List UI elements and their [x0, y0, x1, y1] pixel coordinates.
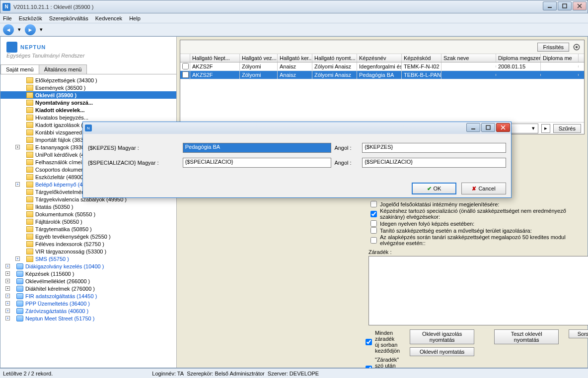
- refresh-button[interactable]: Frissítés: [537, 43, 569, 52]
- row-checkbox[interactable]: [182, 63, 189, 69]
- table-row[interactable]: AKZS2FZólyomiAnaiszZólyomi AnaiszIdegenf…: [180, 63, 584, 71]
- oklevel-nyomtatas-button[interactable]: Oklevél nyomtatás: [410, 347, 474, 356]
- menu-eszkozok[interactable]: Eszközök: [19, 15, 42, 21]
- kepzes-angol-label: Angol :: [334, 145, 359, 151]
- dialog-titlebar[interactable]: N: [83, 122, 511, 134]
- chk-tanito[interactable]: [370, 227, 377, 234]
- menu-szerepkor[interactable]: Szerepkörváltás: [49, 15, 88, 21]
- table-cell: 2008.01.15: [496, 63, 541, 70]
- gear-icon[interactable]: [572, 43, 581, 52]
- tree-view[interactable]: Előképzettségek (34300 )Események (36500…: [0, 74, 176, 368]
- tree-item[interactable]: Előképzettségek (34300 ): [0, 76, 176, 84]
- filter-button[interactable]: Szűrés: [553, 124, 581, 133]
- spec-angol-input[interactable]: {$SPECIALIZACIO}: [362, 158, 506, 168]
- tree-item[interactable]: Események (36500 ): [0, 84, 176, 91]
- tree-item[interactable]: Kiadott oklevelek...: [0, 106, 176, 114]
- tree-item[interactable]: +Oklevélmelléklet (266000 ): [0, 277, 176, 285]
- column-header[interactable]: Diploma megszer...: [496, 54, 541, 62]
- folder-icon: [26, 234, 33, 240]
- tree-item[interactable]: Tárgytematika (50850 ): [0, 225, 176, 233]
- tab-altalanos-menu[interactable]: Általános menü: [39, 64, 87, 74]
- kepzes-angol-input[interactable]: {$KEPZES}: [362, 143, 506, 153]
- expand-icon[interactable]: +: [5, 301, 10, 306]
- chk-alapkepzes[interactable]: [370, 237, 377, 244]
- column-header[interactable]: [180, 54, 190, 62]
- cancel-button[interactable]: ✘Cancel: [461, 183, 506, 194]
- menu-file[interactable]: File: [3, 15, 12, 21]
- nav-back-button[interactable]: ◄: [3, 24, 14, 35]
- maximize-button[interactable]: [558, 1, 572, 10]
- oklevel-igazolas-button[interactable]: Oklevél igazolás nyomtatás: [410, 329, 474, 344]
- ok-button[interactable]: ✔OK: [412, 183, 456, 194]
- tree-item[interactable]: +Neptun Meet Street (51750 ): [0, 315, 176, 322]
- tree-item-label: Féléves indexsorok (52750 ): [35, 241, 104, 247]
- chk-minden-zaradek[interactable]: [366, 339, 372, 345]
- expand-icon[interactable]: +: [15, 145, 20, 149]
- kepzes-magyar-input[interactable]: Pedagógia BA: [183, 143, 332, 153]
- minimize-button[interactable]: [543, 1, 557, 10]
- expand-icon[interactable]: +: [5, 279, 10, 283]
- tree-item[interactable]: Iktatás (50350 ): [0, 203, 176, 210]
- tree-item[interactable]: Egyéb tevékenységek (52550 ): [0, 233, 176, 240]
- tree-item[interactable]: Nyomtatvány sorszá...: [0, 99, 176, 106]
- grid-next-button[interactable]: ▸: [541, 124, 550, 133]
- column-header[interactable]: Diploma me: [541, 54, 579, 62]
- table-row[interactable]: AKZS2FZólyomiAnaiszZólyomi AnaiszPedagóg…: [180, 71, 584, 79]
- column-header[interactable]: Képzésnév: [357, 54, 402, 62]
- tree-item[interactable]: Hivatalos bejegyzés...: [0, 114, 176, 121]
- nav-back-dropdown[interactable]: ▾: [17, 26, 22, 33]
- tree-item[interactable]: Dokumentumok (50550 ): [0, 210, 176, 218]
- sorszam-generalas-button[interactable]: Sorszám generálás: [569, 329, 588, 338]
- tree-item[interactable]: +Záróvizsgáztatás (40600 ): [0, 307, 176, 315]
- expand-icon[interactable]: +: [5, 286, 10, 291]
- tree-item[interactable]: VIR tárgyazonosság (53300 ): [0, 248, 176, 255]
- dialog-close-button[interactable]: [496, 123, 510, 132]
- tree-item-label: Csoportos dokumen...: [35, 167, 89, 173]
- column-header[interactable]: Szak neve: [441, 54, 496, 62]
- tree-item[interactable]: +Diákhitel kérelmek (276000 ): [0, 285, 176, 292]
- zaradek-textarea[interactable]: [368, 256, 588, 325]
- tab-sajat-menu[interactable]: Saját menü: [0, 64, 39, 74]
- expand-icon[interactable]: +: [5, 316, 10, 320]
- grid-body[interactable]: AKZS2FZólyomiAnaiszZólyomi AnaiszIdegenf…: [180, 63, 584, 122]
- tree-item[interactable]: +FIR adatszolgáltatás (14450 ): [0, 292, 176, 300]
- tree-item[interactable]: +PPP Üzemeltetés (36400 ): [0, 300, 176, 307]
- tree-item[interactable]: Oklevél (35900 ): [0, 91, 176, 99]
- folder-icon: [26, 219, 33, 225]
- tree-item-label: Hivatalos bejegyzés...: [35, 115, 88, 121]
- teszt-oklevel-button[interactable]: Teszt oklevél nyomtatás: [494, 329, 559, 344]
- expand-icon[interactable]: +: [15, 256, 20, 261]
- column-header[interactable]: Hallgató vez...: [240, 54, 278, 62]
- column-header[interactable]: Hallgató Nept...: [190, 54, 240, 62]
- row-checkbox[interactable]: [182, 71, 189, 78]
- expand-icon[interactable]: +: [5, 309, 10, 313]
- tree-item[interactable]: Fájltárolók (50650 ): [0, 218, 176, 225]
- menu-kedvencek[interactable]: Kedvencek: [95, 15, 122, 21]
- spec-magyar-input[interactable]: {$SPECIALIZACIO}: [183, 158, 332, 168]
- close-button[interactable]: [573, 1, 587, 10]
- svg-point-5: [576, 46, 578, 48]
- chk-jogelod[interactable]: [370, 201, 377, 207]
- menu-help[interactable]: Help: [129, 15, 141, 21]
- column-header[interactable]: Képzéskód: [402, 54, 441, 62]
- expand-icon[interactable]: +: [5, 271, 10, 276]
- tree-item[interactable]: +Diákigazolvány kezelés (10400 ): [0, 262, 176, 270]
- expand-icon[interactable]: +: [5, 264, 10, 268]
- folder-icon: [26, 144, 33, 150]
- dialog-minimize-button[interactable]: [466, 123, 480, 132]
- expand-icon[interactable]: +: [5, 294, 10, 298]
- nav-forward-button[interactable]: ►: [25, 24, 36, 35]
- chevron-down-icon[interactable]: ▾: [530, 125, 537, 131]
- nav-forward-dropdown[interactable]: ▾: [39, 26, 44, 33]
- tree-item[interactable]: +Képzések (115600 ): [0, 270, 176, 277]
- folder-icon: [26, 92, 33, 98]
- svg-rect-1: [563, 4, 567, 8]
- chk-kepzeshez[interactable]: [370, 211, 377, 217]
- dialog-maximize-button[interactable]: [481, 123, 495, 132]
- chk-idegen[interactable]: [370, 220, 377, 227]
- tree-item[interactable]: +SMS (55750 ): [0, 255, 176, 262]
- column-header[interactable]: Hallgató ker...: [278, 54, 312, 62]
- column-header[interactable]: Hallgató nyomt...: [312, 54, 357, 62]
- tree-item[interactable]: Féléves indexsorok (52750 ): [0, 240, 176, 248]
- expand-icon[interactable]: +: [15, 182, 20, 187]
